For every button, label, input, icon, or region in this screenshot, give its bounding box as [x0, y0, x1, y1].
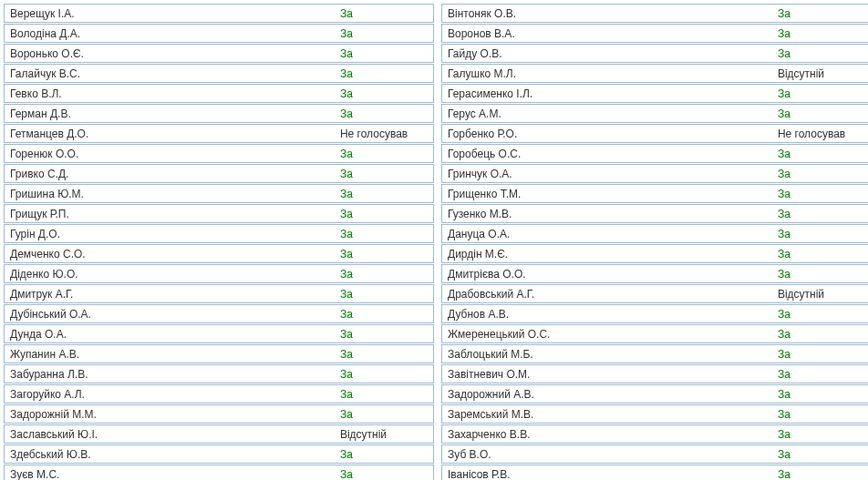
vote-value: За: [772, 166, 868, 182]
deputy-name: Дубнов А.В.: [442, 306, 772, 322]
table-row: Здебський Ю.В.За: [4, 444, 434, 464]
deputy-name: Вінтоняк О.В.: [442, 5, 772, 22]
deputy-name: Дмитрієва О.О.: [442, 266, 772, 282]
table-row: Заблоцький М.Б.За: [441, 344, 868, 363]
table-row: Воронько О.Є.За: [4, 44, 434, 63]
table-row: Гурін Д.О.За: [4, 224, 434, 243]
vote-value: За: [335, 66, 433, 82]
right-column: Вінтоняк О.В.ЗаВоронов В.А.ЗаГайду О.В.З…: [441, 4, 868, 480]
deputy-name: Герасименко І.Л.: [442, 86, 772, 102]
deputy-name: Завітневич О.М.: [442, 366, 772, 383]
deputy-name: Дмитрук А.Г.: [5, 286, 335, 302]
vote-value: Відсутній: [772, 286, 868, 302]
table-row: Іванісов Р.В.За: [441, 465, 868, 480]
table-row: Дмитрієва О.О.За: [441, 264, 868, 283]
deputy-name: Здебський Ю.В.: [5, 446, 335, 463]
deputy-name: Воронов В.А.: [442, 26, 772, 42]
deputy-name: Дунда О.А.: [5, 326, 335, 342]
deputy-name: Герман Д.В.: [5, 106, 335, 122]
deputy-name: Драбовський А.Г.: [442, 286, 772, 302]
vote-value: За: [335, 146, 433, 162]
vote-value: За: [335, 406, 433, 423]
deputy-name: Дануца О.А.: [442, 226, 772, 242]
table-row: Дунда О.А.За: [4, 324, 434, 343]
deputy-name: Захарченко В.В.: [442, 426, 772, 443]
vote-value: За: [772, 306, 868, 322]
table-row: Драбовський А.Г.Відсутній: [441, 284, 868, 303]
vote-value: За: [335, 446, 433, 463]
table-row: Герасименко І.Л.За: [441, 84, 868, 103]
deputy-name: Загоруйко А.Л.: [5, 386, 335, 403]
deputy-name: Діденко Ю.О.: [5, 266, 335, 282]
vote-value: За: [772, 406, 868, 423]
vote-value: За: [772, 86, 868, 102]
table-row: Гривко С.Д.За: [4, 164, 434, 183]
table-row: Гузенко М.В.За: [441, 204, 868, 223]
vote-value: За: [335, 86, 433, 102]
table-row: Демченко С.О.За: [4, 244, 434, 263]
table-row: Забуранна Л.В.За: [4, 364, 434, 383]
deputy-name: Грищук Р.П.: [5, 206, 335, 222]
vote-value: За: [772, 206, 868, 222]
deputy-name: Гурін Д.О.: [5, 226, 335, 242]
table-row: Заславський Ю.І.Відсутній: [4, 424, 434, 444]
deputy-name: Гузенко М.В.: [442, 206, 772, 222]
table-row: Заремський М.В.За: [441, 404, 868, 424]
vote-value: За: [772, 266, 868, 282]
table-row: Грищенко Т.М.За: [441, 184, 868, 203]
deputy-name: Верещук І.А.: [5, 5, 335, 22]
voting-table: Верещук І.А.ЗаВолодіна Д.А.ЗаВоронько О.…: [4, 4, 868, 480]
vote-value: За: [772, 366, 868, 383]
vote-value: За: [772, 326, 868, 342]
table-row: Герус А.М.За: [441, 104, 868, 123]
vote-value: За: [772, 346, 868, 363]
deputy-name: Горобець О.С.: [442, 146, 772, 162]
vote-value: За: [335, 26, 433, 42]
table-row: Загоруйко А.Л.За: [4, 384, 434, 403]
table-row: Зуб В.О.За: [441, 444, 868, 464]
vote-value: За: [772, 246, 868, 262]
vote-value: За: [335, 306, 433, 322]
table-row: Захарченко В.В.За: [441, 424, 868, 444]
vote-value: За: [335, 326, 433, 342]
table-row: Горобець О.С.За: [441, 144, 868, 163]
deputy-name: Гришина Ю.М.: [5, 186, 335, 202]
vote-value: За: [772, 226, 868, 242]
deputy-name: Грищенко Т.М.: [442, 186, 772, 202]
vote-value: Не голосував: [772, 126, 868, 142]
table-row: Гришина Ю.М.За: [4, 184, 434, 203]
vote-value: За: [772, 186, 868, 202]
vote-value: За: [335, 226, 433, 242]
vote-value: За: [335, 346, 433, 363]
deputy-name: Задорожній М.М.: [5, 406, 335, 423]
vote-value: За: [772, 426, 868, 443]
table-row: Дмитрук А.Г.За: [4, 284, 434, 303]
vote-value: За: [335, 106, 433, 122]
table-row: Гайду О.В.За: [441, 44, 868, 63]
deputy-name: Гринчук О.А.: [442, 166, 772, 182]
table-row: Задорожний А.В.За: [441, 384, 868, 403]
vote-value: За: [335, 366, 433, 383]
deputy-name: Задорожний А.В.: [442, 386, 772, 403]
deputy-name: Гетманцев Д.О.: [5, 126, 335, 142]
vote-value: За: [335, 266, 433, 282]
table-row: Жмеренецький О.С.За: [441, 324, 868, 343]
deputy-name: Галайчук В.С.: [5, 66, 335, 82]
deputy-name: Дирдін М.Є.: [442, 246, 772, 262]
deputy-name: Гривко С.Д.: [5, 166, 335, 182]
deputy-name: Іванісов Р.В.: [442, 466, 772, 481]
deputy-name: Заремський М.В.: [442, 406, 772, 423]
vote-value: Відсутній: [772, 66, 868, 82]
table-row: Завітневич О.М.За: [441, 364, 868, 383]
table-row: Діденко Ю.О.За: [4, 264, 434, 283]
vote-value: За: [335, 466, 433, 481]
table-row: Вінтоняк О.В.За: [441, 4, 868, 23]
vote-value: Відсутній: [335, 426, 433, 443]
vote-value: За: [772, 106, 868, 122]
deputy-name: Жупанин А.В.: [5, 346, 335, 363]
table-row: Гринчук О.А.За: [441, 164, 868, 183]
table-row: Дирдін М.Є.За: [441, 244, 868, 263]
vote-value: За: [772, 26, 868, 42]
vote-value: За: [335, 46, 433, 62]
table-row: Дубнов А.В.За: [441, 304, 868, 323]
